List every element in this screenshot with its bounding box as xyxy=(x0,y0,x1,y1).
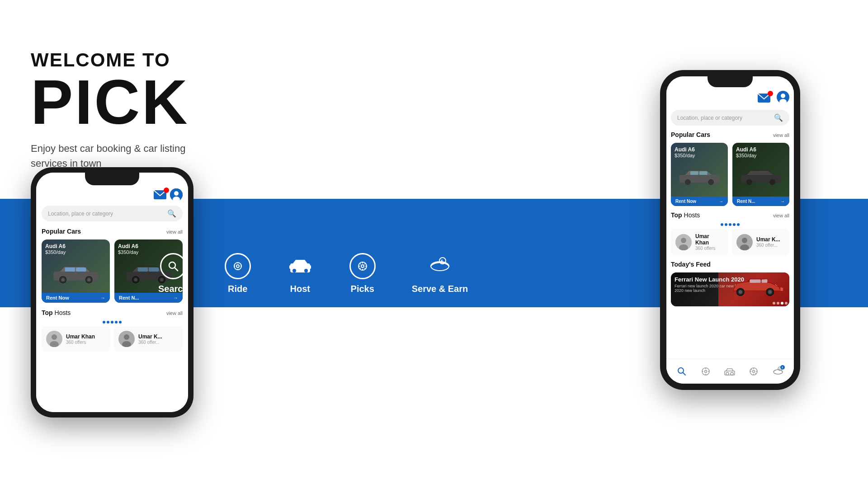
car-image-right-2 xyxy=(732,161,789,192)
svg-rect-73 xyxy=(761,279,767,282)
svg-line-1 xyxy=(175,267,178,271)
popular-cars-title: Popular Cars xyxy=(42,228,81,235)
svg-point-3 xyxy=(236,265,239,267)
nav-icons-bar: Search Ride Host xyxy=(158,253,468,294)
dots-right xyxy=(671,223,789,226)
svg-rect-42 xyxy=(149,267,159,272)
top-hosts-view-all[interactable]: view all xyxy=(166,310,183,316)
avatar xyxy=(170,188,183,201)
search-icon: 🔍 xyxy=(167,209,176,218)
dots-indicator xyxy=(42,321,183,324)
svg-point-61 xyxy=(769,179,775,185)
dot-5 xyxy=(119,321,122,324)
top-hosts-header-right: Top Hosts view all xyxy=(671,211,789,219)
host-card-right-2[interactable]: Umar K... 360 offer... xyxy=(732,229,789,255)
picks-icon xyxy=(349,253,376,279)
svg-point-48 xyxy=(124,334,129,340)
svg-point-60 xyxy=(746,179,752,185)
svg-point-56 xyxy=(708,179,714,185)
nav-item-search[interactable]: Search xyxy=(158,253,189,294)
nav-label-ride: Ride xyxy=(228,284,247,294)
svg-line-91 xyxy=(751,369,752,370)
nav-label-picks: Picks xyxy=(351,284,374,294)
svg-rect-11 xyxy=(289,265,292,269)
svg-line-75 xyxy=(683,373,686,375)
host-offers-2: 360 offer... xyxy=(138,340,162,345)
svg-text:$: $ xyxy=(778,368,780,371)
svg-point-69 xyxy=(739,290,742,294)
host-card-1[interactable]: Umar Khan 360 offers xyxy=(42,326,110,352)
car-info-2: Audi A6 $350/day xyxy=(118,243,138,255)
dot-2 xyxy=(107,321,109,324)
svg-rect-35 xyxy=(76,267,86,272)
popular-cars-view-all[interactable]: view all xyxy=(166,229,183,235)
nav-item-host[interactable]: Host xyxy=(287,253,313,294)
car-card-1[interactable]: Audi A6 $350/day xyxy=(42,239,110,303)
hosts-row-right: Umar Khan 360 offers xyxy=(671,229,789,255)
cars-row-right: Audi A6 $350/day xyxy=(671,143,789,206)
svg-point-71 xyxy=(768,290,772,294)
popular-cars-header-right: Popular Cars view all xyxy=(671,131,789,138)
rent-now-btn-right-2[interactable]: Rent N... → xyxy=(732,197,789,206)
search-bar-right[interactable]: Location, place or category 🔍 xyxy=(671,110,789,126)
bottom-nav-ride[interactable] xyxy=(701,366,711,376)
rent-now-btn-2[interactable]: Rent N... → xyxy=(114,293,183,303)
svg-text:$: $ xyxy=(441,259,443,263)
host-card-right-1[interactable]: Umar Khan 360 offers xyxy=(671,229,728,255)
todays-feed-header: Today's Feed xyxy=(671,261,789,268)
serve-earn-badge: 1 xyxy=(780,365,785,370)
feed-card[interactable]: Ferrari New Launch 2020 Ferrari new laun… xyxy=(671,272,789,306)
hosts-row: Umar Khan 360 offers xyxy=(42,326,183,352)
svg-point-28 xyxy=(174,191,179,196)
car-card-right-1[interactable]: Audi A6 $350/day xyxy=(671,143,728,206)
car-image-1 xyxy=(42,258,110,289)
search-placeholder-right: Location, place or category xyxy=(677,115,742,121)
svg-point-86 xyxy=(753,371,755,373)
bottom-nav-host[interactable] xyxy=(724,367,735,375)
rent-now-btn-1[interactable]: Rent Now → xyxy=(42,293,110,303)
search-placeholder: Location, place or category xyxy=(48,211,113,217)
rent-now-btn-right-1[interactable]: Rent Now → xyxy=(671,197,728,206)
host-offers-1: 360 offers xyxy=(66,340,95,345)
bottom-nav: $ 1 xyxy=(666,359,794,384)
top-hosts-title: Top Hosts xyxy=(42,309,71,316)
car-price-2: $350/day xyxy=(118,249,138,255)
svg-rect-12 xyxy=(309,265,311,269)
phone-top-bar xyxy=(42,188,183,201)
dot-1 xyxy=(103,321,105,324)
nav-item-ride[interactable]: Ride xyxy=(225,253,251,294)
bottom-nav-serve-earn[interactable]: $ 1 xyxy=(773,366,783,376)
svg-rect-57 xyxy=(699,171,708,175)
host-avatar-right-1 xyxy=(675,234,692,250)
serve-earn-icon: $ xyxy=(427,253,453,279)
svg-point-84 xyxy=(731,372,733,375)
top-hosts-view-all-right[interactable]: view all xyxy=(773,213,789,218)
search-circle-icon xyxy=(160,253,186,279)
car-info-1: Audi A6 $350/day xyxy=(45,243,66,255)
car-card-right-2[interactable]: Audi A6 $350/day xyxy=(732,143,789,206)
car-name-1: Audi A6 xyxy=(45,243,66,249)
svg-line-92 xyxy=(755,373,756,374)
host-card-2[interactable]: Umar K... 360 offer... xyxy=(114,326,183,352)
phone-screen-right: Location, place or category 🔍 Popular Ca… xyxy=(666,76,794,384)
nav-label-host: Host xyxy=(290,284,310,294)
host-icon xyxy=(287,253,313,279)
svg-point-2 xyxy=(234,263,241,270)
nav-item-picks[interactable]: Picks xyxy=(349,253,376,294)
search-bar[interactable]: Location, place or category 🔍 xyxy=(42,206,183,221)
bottom-nav-picks[interactable] xyxy=(749,366,759,376)
car-info-right-1: Audi A6 $350/day xyxy=(675,146,695,158)
host-avatar-2 xyxy=(118,331,135,347)
bottom-nav-search[interactable] xyxy=(677,366,687,376)
nav-item-serve-earn[interactable]: $ Serve & Earn xyxy=(412,253,468,294)
popular-cars-title-right: Popular Cars xyxy=(671,131,710,138)
host-info-2: Umar K... 360 offer... xyxy=(138,333,162,345)
dot-3 xyxy=(111,321,113,324)
host-name-2: Umar K... xyxy=(138,333,162,340)
popular-cars-view-all-right[interactable]: view all xyxy=(773,132,789,138)
popular-cars-header: Popular Cars view all xyxy=(42,228,183,235)
svg-rect-36 xyxy=(65,267,75,272)
mail-icon-badge-right xyxy=(758,94,770,103)
car-name-2: Audi A6 xyxy=(118,243,138,249)
svg-point-83 xyxy=(726,372,729,375)
